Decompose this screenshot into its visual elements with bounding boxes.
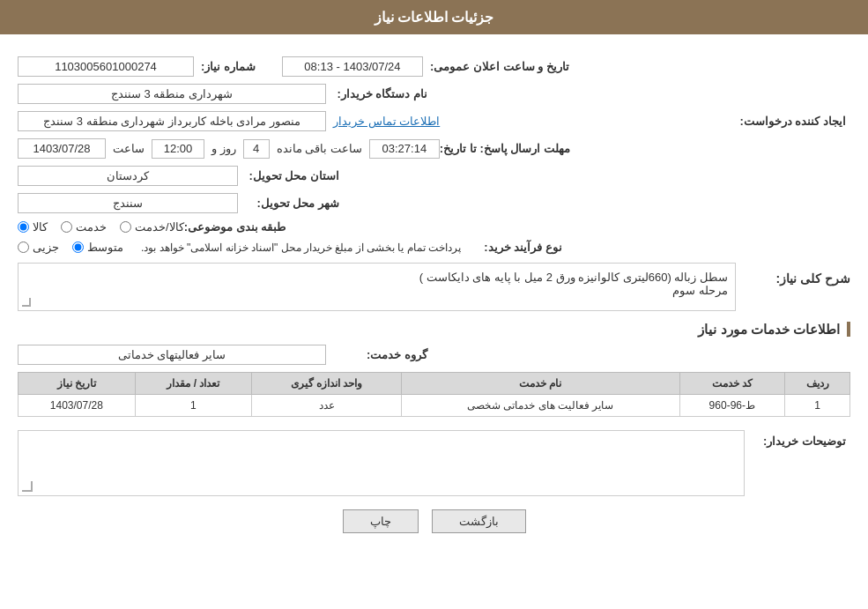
cell-code: ط-96-960: [679, 395, 784, 417]
time-label: ساعت: [113, 142, 145, 155]
table-row: 1ط-96-960سایر فعالیت های خدماتی شخصیعدد1…: [19, 395, 850, 417]
category-radio-group: کالا/خدمت خدمت کالا: [18, 220, 184, 234]
category-kala[interactable]: کالا: [18, 220, 48, 234]
city-label: شهر محل تحویل:: [238, 197, 344, 210]
remaining-label: ساعت باقی مانده: [277, 142, 362, 155]
response-time: 12:00: [152, 139, 204, 159]
remaining-time: 03:27:14: [369, 139, 440, 159]
col-name: نام خدمت: [402, 373, 680, 395]
service-group-label: گروه خدمت:: [326, 348, 432, 361]
purchase-type-label: نوع فرآیند خرید:: [461, 241, 567, 254]
buyer-org-label: نام دستگاه خریدار:: [326, 87, 432, 100]
purchase-jozii[interactable]: جزیی: [18, 241, 59, 254]
col-unit: واحد اندازه گیری: [252, 373, 402, 395]
service-table: ردیف کد خدمت نام خدمت واحد اندازه گیری ت…: [18, 372, 850, 417]
creator-label: ایجاد کننده درخواست:: [739, 115, 850, 128]
purchase-note: پرداخت تمام یا بخشی از مبلغ خریدار محل "…: [141, 241, 461, 254]
category-label: طبقه بندی موضوعی:: [184, 220, 291, 234]
radio-kala[interactable]: [18, 221, 29, 233]
province-label: استان محل تحویل:: [238, 169, 344, 182]
category-kala-khedmat[interactable]: کالا/خدمت: [120, 220, 184, 234]
cell-unit: عدد: [252, 395, 402, 417]
description-text: سطل زباله (660لیتری کالوانیزه ورق 2 میل …: [26, 271, 728, 297]
creator-value: منصور مرادی باخله کاربرداز شهرداری منطقه…: [18, 111, 326, 131]
purchase-mottavaset[interactable]: متوسط: [72, 241, 123, 254]
col-code: کد خدمت: [679, 373, 784, 395]
page-title: جزئیات اطلاعات نیاز: [375, 10, 494, 25]
province-value: کردستان: [18, 166, 238, 186]
col-row: ردیف: [785, 373, 850, 395]
response-deadline-label: مهلت ارسال پاسخ: تا تاریخ:: [440, 142, 575, 155]
footer-buttons: بازگشت چاپ: [18, 509, 850, 546]
contact-link[interactable]: اطلاعات تماس خریدار: [333, 115, 440, 128]
announcement-value: 1403/07/24 - 08:13: [282, 56, 423, 77]
radio-kala-khedmat[interactable]: [120, 221, 131, 233]
radio-jozii[interactable]: [18, 241, 29, 253]
purchase-type-radio-group: متوسط جزیی: [18, 241, 123, 254]
buyer-desc-box[interactable]: [18, 430, 745, 496]
response-days: 4: [243, 139, 270, 159]
radio-khedmat[interactable]: [61, 221, 72, 233]
description-title: شرح کلی نیاز:: [745, 271, 850, 286]
cell-row: 1: [785, 395, 850, 417]
buyer-desc-input[interactable]: [19, 431, 744, 493]
need-number-label: شماره نیاز:: [201, 60, 256, 73]
back-button[interactable]: بازگشت: [432, 509, 526, 533]
days-label: روز و: [211, 142, 236, 155]
announcement-label: تاریخ و ساعت اعلان عمومی:: [430, 60, 569, 73]
need-number-value: 1103005601000274: [18, 56, 194, 77]
col-date: تاریخ نیاز: [19, 373, 136, 395]
service-info-title: اطلاعات خدمات مورد نیاز: [698, 322, 850, 337]
cell-name: سایر فعالیت های خدماتی شخصی: [402, 395, 680, 417]
radio-mottavaset[interactable]: [72, 241, 84, 253]
city-value: سنندج: [18, 193, 238, 213]
cell-quantity: 1: [135, 395, 252, 417]
print-button[interactable]: چاپ: [343, 509, 419, 533]
col-qty: تعداد / مقدار: [135, 373, 252, 395]
page-header: جزئیات اطلاعات نیاز: [0, 0, 868, 34]
category-khedmat[interactable]: خدمت: [61, 220, 107, 234]
response-date: 1403/07/28: [18, 138, 106, 159]
cell-date: 1403/07/28: [19, 395, 136, 417]
buyer-org-value: شهرداری منطقه 3 سنندج: [18, 84, 326, 104]
service-group-value: سایر فعالیتهای خدماتی: [18, 345, 326, 365]
buyer-desc-label: توضیحات خریدار:: [745, 430, 850, 448]
